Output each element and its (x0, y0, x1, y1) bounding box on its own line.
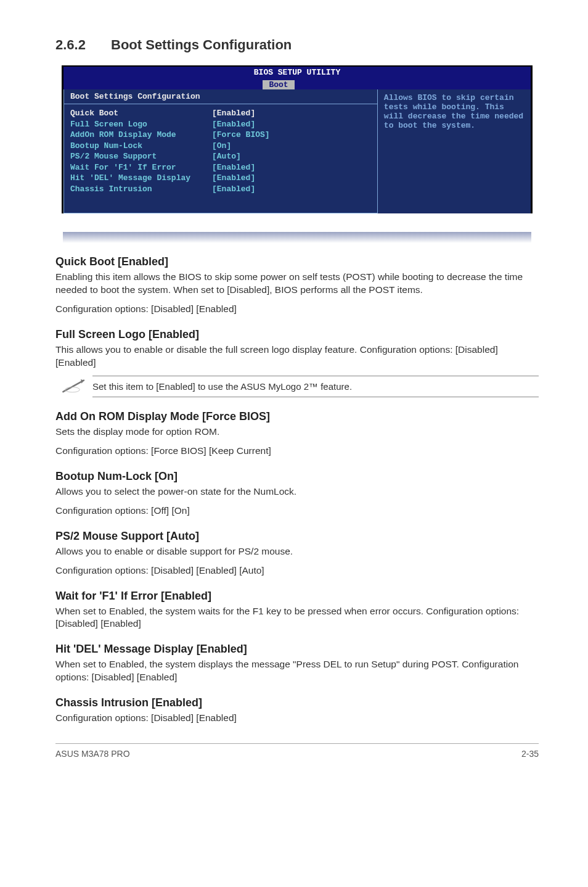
bios-tab-boot: Boot (263, 80, 294, 89)
text-addon-rom-2: Configuration options: [Force BIOS] [Kee… (55, 445, 539, 458)
section-number: 2.6.2 (55, 37, 111, 53)
footer-left: ASUS M3A78 PRO (55, 749, 130, 759)
bios-tabs: Boot (63, 78, 531, 89)
bios-setting-label: Hit 'DEL' Message Display (70, 173, 212, 184)
text-hit-del: When set to Enabled, the system displays… (55, 658, 539, 684)
bios-setting-row: Full Screen Logo[Enabled] (70, 119, 371, 130)
bios-screenshot: BIOS SETUP UTILITY Boot Boot Settings Co… (62, 65, 533, 213)
bios-setting-row: PS/2 Mouse Support[Auto] (70, 151, 371, 162)
bios-setting-label: PS/2 Mouse Support (70, 151, 212, 162)
bios-setting-row: Wait For 'F1' If Error[Enabled] (70, 162, 371, 173)
bios-panel-title: Boot Settings Configuration (64, 89, 377, 104)
bios-header: BIOS SETUP UTILITY (63, 65, 531, 78)
text-ps2-mouse-1: Allows you to enable or disable support … (55, 545, 539, 558)
text-full-screen-logo: This allows you to enable or disable the… (55, 344, 539, 369)
bios-setting-label: Wait For 'F1' If Error (70, 162, 212, 173)
footer-right: 2-35 (521, 749, 539, 759)
heading-ps2-mouse: PS/2 Mouse Support [Auto] (55, 530, 539, 543)
bios-setting-row: Hit 'DEL' Message Display[Enabled] (70, 173, 371, 184)
page-footer: ASUS M3A78 PRO 2-35 (55, 743, 539, 759)
heading-addon-rom: Add On ROM Display Mode [Force BIOS] (55, 410, 539, 423)
bios-setting-value: [On] (212, 141, 231, 152)
bios-setting-value: [Enabled] (212, 162, 255, 173)
text-quick-boot-2: Configuration options: [Disabled] [Enabl… (55, 303, 539, 316)
bios-setting-value: [Enabled] (212, 108, 255, 119)
bios-left-panel: Boot Settings Configuration Quick Boot[E… (63, 89, 378, 213)
bios-help-text: Allows BIOS to skip certain tests while … (378, 89, 531, 213)
bios-setting-row: AddOn ROM Display Mode[Force BIOS] (70, 130, 371, 141)
bios-setting-value: [Enabled] (212, 173, 255, 184)
text-wait-f1: When set to Enabled, the system waits fo… (55, 605, 539, 631)
heading-wait-f1: Wait for 'F1' If Error [Enabled] (55, 590, 539, 603)
text-bootup-numlock-2: Configuration options: [Off] [On] (55, 505, 539, 518)
heading-hit-del: Hit 'DEL' Message Display [Enabled] (55, 643, 539, 656)
bios-setting-label: Chassis Intrusion (70, 184, 212, 195)
bios-setting-label: Quick Boot (70, 108, 212, 119)
bios-setting-row: Bootup Num-Lock[On] (70, 141, 371, 152)
note-box: Set this item to [Enabled] to use the AS… (55, 376, 539, 398)
heading-bootup-numlock: Bootup Num-Lock [On] (55, 470, 539, 483)
text-addon-rom-1: Sets the display mode for option ROM. (55, 426, 539, 439)
bios-setting-row: Quick Boot[Enabled] (70, 108, 371, 119)
bios-setting-value: [Auto] (212, 151, 241, 162)
bios-fade (63, 232, 531, 243)
text-bootup-numlock-1: Allows you to select the power-on state … (55, 485, 539, 498)
note-text: Set this item to [Enabled] to use the AS… (92, 376, 539, 397)
bios-setting-value: [Enabled] (212, 184, 255, 195)
section-title: Boot Settings Configuration (111, 37, 292, 52)
bios-setting-label: AddOn ROM Display Mode (70, 130, 212, 141)
bios-setting-label: Full Screen Logo (70, 119, 212, 130)
text-ps2-mouse-2: Configuration options: [Disabled] [Enabl… (55, 564, 539, 577)
bios-setting-value: [Enabled] (212, 119, 255, 130)
heading-full-screen-logo: Full Screen Logo [Enabled] (55, 328, 539, 341)
bios-setting-label: Bootup Num-Lock (70, 141, 212, 152)
heading-quick-boot: Quick Boot [Enabled] (55, 255, 539, 268)
section-heading: 2.6.2Boot Settings Configuration (55, 37, 539, 53)
bios-setting-value: [Force BIOS] (212, 130, 270, 141)
note-icon (55, 376, 92, 398)
bios-setting-row: Chassis Intrusion[Enabled] (70, 184, 371, 195)
text-quick-boot-1: Enabling this item allows the BIOS to sk… (55, 271, 539, 297)
text-chassis: Configuration options: [Disabled] [Enabl… (55, 712, 539, 725)
heading-chassis: Chassis Intrusion [Enabled] (55, 696, 539, 709)
